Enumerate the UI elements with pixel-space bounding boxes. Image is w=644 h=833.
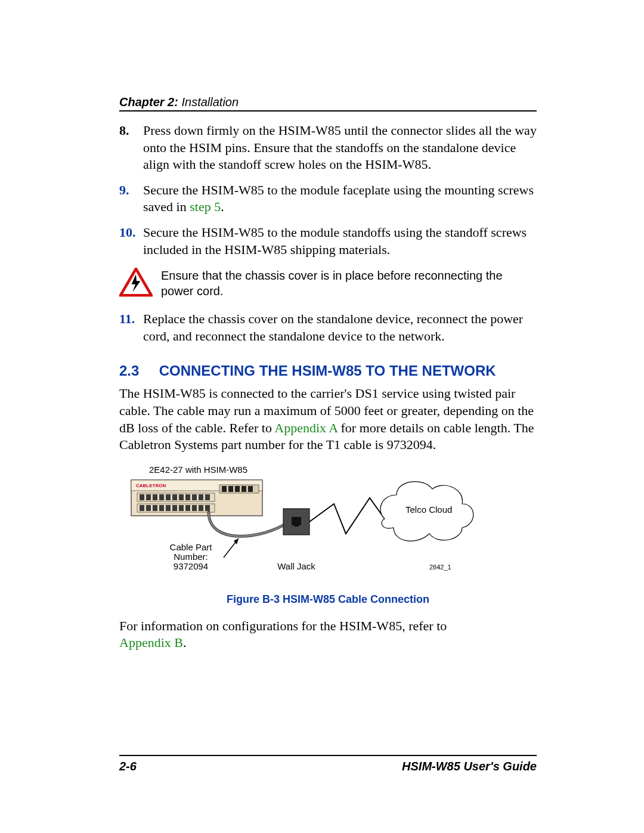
step-number: 9. bbox=[119, 182, 143, 216]
step-11: 11. Replace the chassis cover on the sta… bbox=[119, 311, 537, 345]
figure-refnum: 2842_1 bbox=[429, 563, 451, 571]
svg-rect-8 bbox=[153, 494, 157, 500]
step-number: 10. bbox=[119, 224, 143, 258]
figure-cable-label-1: Cable Part bbox=[170, 542, 213, 552]
svg-rect-26 bbox=[199, 505, 203, 511]
svg-rect-14 bbox=[192, 494, 197, 500]
closing-paragraph: For information on configurations for th… bbox=[119, 618, 537, 652]
step-text: Replace the chassis cover on the standal… bbox=[143, 311, 537, 345]
svg-rect-31 bbox=[235, 486, 240, 492]
svg-rect-19 bbox=[153, 505, 157, 511]
page-number: 2-6 bbox=[119, 760, 137, 773]
section-number: 2.3 bbox=[119, 363, 155, 379]
step-number: 11. bbox=[119, 311, 143, 345]
section-title-text: CONNECTING THE HSIM-W85 TO THE NETWORK bbox=[159, 363, 496, 379]
link-appendix-a[interactable]: Appendix A bbox=[274, 420, 338, 435]
svg-rect-23 bbox=[179, 505, 184, 511]
guide-title: HSIM-W85 User's Guide bbox=[402, 760, 537, 773]
header-rule bbox=[119, 110, 537, 112]
footer-rule bbox=[119, 755, 537, 756]
svg-rect-17 bbox=[140, 505, 144, 511]
electrical-hazard-icon bbox=[119, 268, 153, 300]
step-text: Secure the HSIM-W85 to the module stando… bbox=[143, 224, 537, 258]
figure-cable-label-3: 9372094 bbox=[174, 561, 208, 571]
svg-rect-11 bbox=[172, 494, 177, 500]
chapter-title: Installation bbox=[181, 95, 239, 109]
svg-rect-38 bbox=[294, 524, 299, 527]
svg-rect-21 bbox=[166, 505, 171, 511]
link-step5[interactable]: step 5 bbox=[190, 199, 221, 214]
figure-cable-label-2: Number: bbox=[174, 552, 208, 562]
link-appendix-b[interactable]: Appendix B bbox=[119, 635, 183, 650]
step-text: Secure the HSIM-W85 to the module facepl… bbox=[143, 182, 537, 216]
svg-rect-37 bbox=[292, 517, 301, 525]
svg-rect-29 bbox=[222, 486, 227, 492]
step-10: 10. Secure the HSIM-W85 to the module st… bbox=[119, 224, 537, 258]
figure-walljack-label: Wall Jack bbox=[277, 561, 315, 571]
warning-callout: Ensure that the chassis cover is in plac… bbox=[119, 268, 537, 300]
svg-rect-33 bbox=[248, 486, 253, 492]
svg-rect-7 bbox=[146, 494, 151, 500]
step-9: 9. Secure the HSIM-W85 to the module fac… bbox=[119, 182, 537, 216]
step-text-after: . bbox=[221, 199, 224, 214]
step-text: Press down firmly on the HSIM-W85 until … bbox=[143, 122, 537, 174]
svg-rect-30 bbox=[228, 486, 233, 492]
running-header: Chapter 2: Installation bbox=[119, 95, 537, 109]
figure-device-label: 2E42-27 with HSIM-W85 bbox=[149, 465, 247, 475]
svg-rect-12 bbox=[179, 494, 184, 500]
document-page: Chapter 2: Installation 8. Press down fi… bbox=[0, 0, 644, 833]
figure-b3: 2E42-27 with HSIM-W85 CABLETRON bbox=[119, 462, 537, 606]
step-number: 8. bbox=[119, 122, 143, 174]
svg-rect-10 bbox=[166, 494, 171, 500]
svg-text:CABLETRON: CABLETRON bbox=[136, 483, 166, 488]
svg-rect-9 bbox=[159, 494, 164, 500]
svg-rect-27 bbox=[205, 505, 210, 511]
svg-rect-25 bbox=[192, 505, 197, 511]
svg-rect-20 bbox=[159, 505, 164, 511]
svg-rect-22 bbox=[172, 505, 177, 511]
section-paragraph: The HSIM-W85 is connected to the carrier… bbox=[119, 385, 537, 453]
figure-cloud-label: Telco Cloud bbox=[405, 504, 452, 515]
chapter-label: Chapter 2: bbox=[119, 95, 178, 109]
warning-text: Ensure that the chassis cover is in plac… bbox=[161, 268, 537, 299]
section-heading: 2.3 CONNECTING THE HSIM-W85 TO THE NETWO… bbox=[119, 363, 537, 379]
step-8: 8. Press down firmly on the HSIM-W85 unt… bbox=[119, 122, 537, 174]
figure-caption: Figure B-3 HSIM-W85 Cable Connection bbox=[119, 593, 537, 606]
svg-rect-13 bbox=[185, 494, 190, 500]
svg-rect-32 bbox=[242, 486, 246, 492]
svg-rect-15 bbox=[199, 494, 203, 500]
svg-rect-18 bbox=[146, 505, 151, 511]
closing-before: For information on configurations for th… bbox=[119, 618, 447, 633]
svg-rect-16 bbox=[205, 494, 210, 500]
svg-rect-6 bbox=[140, 494, 144, 500]
closing-after: . bbox=[183, 635, 187, 650]
page-footer: 2-6 HSIM-W85 User's Guide bbox=[119, 755, 537, 773]
svg-rect-24 bbox=[185, 505, 190, 511]
